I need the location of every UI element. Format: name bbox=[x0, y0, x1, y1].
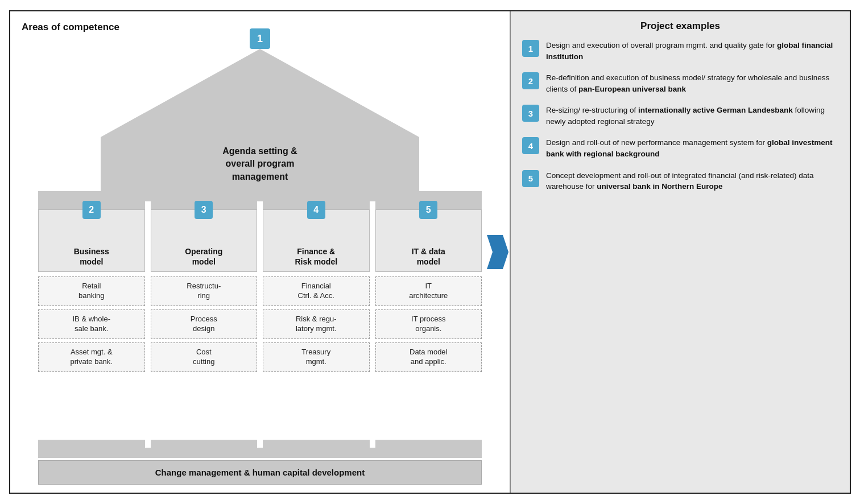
col-badge-5: 5 bbox=[419, 201, 437, 219]
col-header-2: 2 Businessmodel bbox=[38, 209, 145, 272]
col-item: Data modeland applic. bbox=[375, 342, 482, 372]
col-items-5: ITarchitecture IT processorganis. Data m… bbox=[375, 276, 482, 435]
col-header-3: 3 Operatingmodel bbox=[151, 209, 258, 272]
column-4: 4 Finance &Risk model FinancialCtrl. & A… bbox=[263, 201, 370, 448]
column-3: 3 Operatingmodel Restructu-ring Processd… bbox=[151, 201, 258, 448]
col-beam-bottom-3 bbox=[151, 440, 258, 448]
column-2: 2 Businessmodel Retailbanking IB & whole… bbox=[38, 201, 145, 448]
project-item-3: 3 Re-sizing/ re-structuring of internati… bbox=[522, 105, 838, 127]
proj-text-4: Design and roll-out of new performance m… bbox=[546, 137, 838, 159]
proj-badge-3: 3 bbox=[522, 105, 539, 122]
proj-badge-4: 4 bbox=[522, 137, 539, 154]
col-title-4: Finance &Risk model bbox=[295, 246, 337, 267]
col-item: FinancialCtrl. & Acc. bbox=[263, 276, 370, 306]
proj-text-5: Concept development and roll-out of inte… bbox=[546, 170, 838, 192]
col-items-4: FinancialCtrl. & Acc. Risk & regu-latory… bbox=[263, 276, 370, 435]
project-item-2: 2 Re-definition and execution of busines… bbox=[522, 72, 838, 94]
col-header-5: 5 IT & datamodel bbox=[375, 209, 482, 272]
col-badge-2: 2 bbox=[82, 201, 101, 219]
col-item: IB & whole-sale bank. bbox=[38, 309, 145, 339]
right-panel: Project examples 1 Design and execution … bbox=[511, 11, 850, 493]
col-item: IT processorganis. bbox=[375, 309, 482, 339]
col-item: Risk & regu-latory mgmt. bbox=[263, 309, 370, 339]
col-badge-4: 4 bbox=[307, 201, 325, 219]
col-beam-bottom-2 bbox=[38, 440, 145, 448]
proj-text-2: Re-definition and execution of business … bbox=[546, 72, 838, 94]
col-beam-bottom-4 bbox=[263, 440, 370, 448]
project-item-1: 1 Design and execution of overall progra… bbox=[522, 40, 838, 62]
column-5: 5 IT & datamodel ITarchitecture IT proce… bbox=[375, 201, 482, 448]
roof-area: 1 Agenda setting &overall programmanagem… bbox=[22, 39, 498, 191]
proj-text-3: Re-sizing/ re-structuring of internation… bbox=[546, 105, 838, 127]
col-beam-bottom-5 bbox=[375, 440, 482, 448]
proj-badge-2: 2 bbox=[522, 72, 539, 89]
beam-top bbox=[38, 191, 482, 201]
col-item: ITarchitecture bbox=[375, 276, 482, 306]
roof-text: Agenda setting &overall programmanagemen… bbox=[106, 145, 414, 183]
architecture-diagram: 1 Agenda setting &overall programmanagem… bbox=[22, 39, 498, 485]
col-item: Restructu-ring bbox=[151, 276, 258, 306]
col-header-4: 4 Finance &Risk model bbox=[263, 209, 370, 272]
roof-text-box: Agenda setting &overall programmanagemen… bbox=[101, 137, 419, 191]
left-panel: Areas of competence 1 Agenda setting &ov… bbox=[10, 11, 511, 493]
foundation: Change management & human capital develo… bbox=[38, 460, 482, 485]
col-item: Processdesign bbox=[151, 309, 258, 339]
project-item-5: 5 Concept development and roll-out of in… bbox=[522, 170, 838, 192]
svg-marker-0 bbox=[487, 235, 508, 269]
project-item-4: 4 Design and roll-out of new performance… bbox=[522, 137, 838, 159]
col-items-3: Restructu-ring Processdesign Costcutting bbox=[151, 276, 258, 435]
proj-badge-5: 5 bbox=[522, 170, 539, 187]
right-title: Project examples bbox=[522, 20, 838, 32]
col-item: Treasurymgmt. bbox=[263, 342, 370, 372]
proj-text-1: Design and execution of overall program … bbox=[546, 40, 838, 62]
col-item: Asset mgt. &private bank. bbox=[38, 342, 145, 372]
col-item: Retailbanking bbox=[38, 276, 145, 306]
col-title-5: IT & datamodel bbox=[412, 246, 445, 267]
col-items-2: Retailbanking IB & whole-sale bank. Asse… bbox=[38, 276, 145, 435]
arrow-divider bbox=[487, 235, 508, 269]
col-item: Costcutting bbox=[151, 342, 258, 372]
col-badge-3: 3 bbox=[195, 201, 213, 219]
foundation-text: Change management & human capital develo… bbox=[44, 468, 476, 477]
col-title-2: Businessmodel bbox=[74, 246, 109, 267]
badge-1: 1 bbox=[250, 28, 270, 49]
proj-badge-1: 1 bbox=[522, 40, 539, 57]
columns-area: 2 Businessmodel Retailbanking IB & whole… bbox=[38, 201, 482, 448]
main-container: Areas of competence 1 Agenda setting &ov… bbox=[9, 10, 851, 494]
col-title-3: Operatingmodel bbox=[185, 246, 222, 267]
beam-bottom bbox=[38, 448, 482, 458]
